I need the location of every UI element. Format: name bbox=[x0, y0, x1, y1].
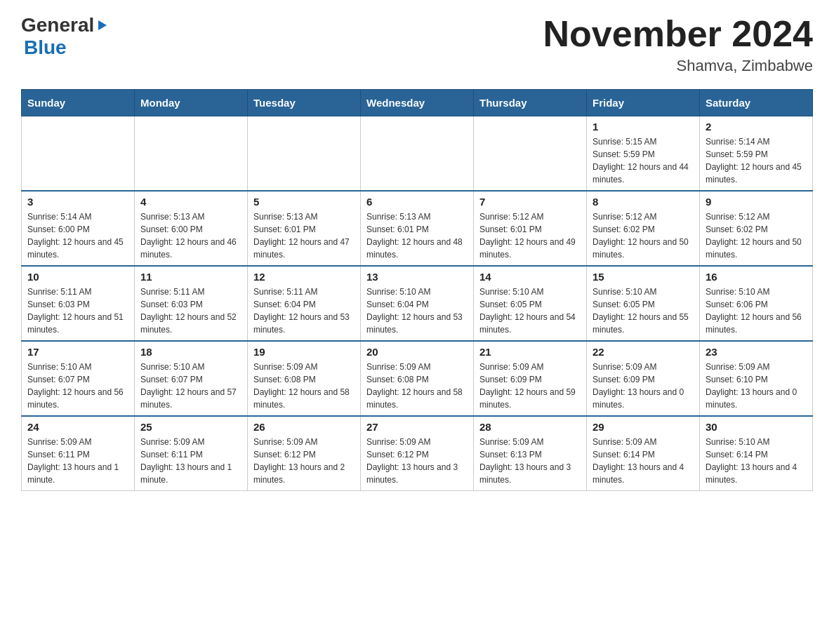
day-number: 9 bbox=[706, 196, 807, 208]
day-number: 25 bbox=[140, 421, 241, 433]
day-number: 28 bbox=[479, 421, 581, 433]
calendar-table: Sunday Monday Tuesday Wednesday Thursday… bbox=[21, 89, 813, 491]
day-number: 10 bbox=[27, 271, 128, 283]
day-number: 27 bbox=[366, 421, 468, 433]
table-row: 20Sunrise: 5:09 AMSunset: 6:08 PMDayligh… bbox=[361, 341, 474, 416]
calendar-header-row: Sunday Monday Tuesday Wednesday Thursday… bbox=[22, 90, 813, 116]
table-row: 5Sunrise: 5:13 AMSunset: 6:01 PMDaylight… bbox=[248, 191, 361, 266]
day-number: 14 bbox=[479, 271, 581, 283]
header-sunday: Sunday bbox=[22, 90, 135, 116]
logo-general: General bbox=[21, 14, 94, 36]
day-number: 12 bbox=[253, 271, 355, 283]
day-info: Sunrise: 5:11 AMSunset: 6:04 PMDaylight:… bbox=[253, 286, 355, 336]
day-info: Sunrise: 5:10 AMSunset: 6:05 PMDaylight:… bbox=[479, 286, 581, 336]
table-row: 17Sunrise: 5:10 AMSunset: 6:07 PMDayligh… bbox=[22, 341, 135, 416]
day-number: 1 bbox=[593, 121, 694, 133]
header-monday: Monday bbox=[135, 90, 248, 116]
day-number: 29 bbox=[593, 421, 694, 433]
table-row: 8Sunrise: 5:12 AMSunset: 6:02 PMDaylight… bbox=[587, 191, 700, 266]
table-row: 13Sunrise: 5:10 AMSunset: 6:04 PMDayligh… bbox=[361, 266, 474, 341]
table-row: 15Sunrise: 5:10 AMSunset: 6:05 PMDayligh… bbox=[587, 266, 700, 341]
day-info: Sunrise: 5:09 AMSunset: 6:12 PMDaylight:… bbox=[366, 436, 468, 486]
table-row: 10Sunrise: 5:11 AMSunset: 6:03 PMDayligh… bbox=[22, 266, 135, 341]
calendar-week-row: 1Sunrise: 5:15 AMSunset: 5:59 PMDaylight… bbox=[22, 116, 813, 192]
table-row: 9Sunrise: 5:12 AMSunset: 6:02 PMDaylight… bbox=[700, 191, 813, 266]
day-number: 20 bbox=[366, 346, 468, 358]
day-number: 18 bbox=[140, 346, 241, 358]
table-row: 22Sunrise: 5:09 AMSunset: 6:09 PMDayligh… bbox=[587, 341, 700, 416]
day-info: Sunrise: 5:10 AMSunset: 6:05 PMDaylight:… bbox=[593, 286, 694, 336]
calendar-week-row: 10Sunrise: 5:11 AMSunset: 6:03 PMDayligh… bbox=[22, 266, 813, 341]
header-tuesday: Tuesday bbox=[248, 90, 361, 116]
day-number: 4 bbox=[140, 196, 241, 208]
day-number: 21 bbox=[479, 346, 581, 358]
day-info: Sunrise: 5:10 AMSunset: 6:07 PMDaylight:… bbox=[140, 361, 241, 411]
day-number: 19 bbox=[253, 346, 355, 358]
day-number: 17 bbox=[27, 346, 128, 358]
table-row: 26Sunrise: 5:09 AMSunset: 6:12 PMDayligh… bbox=[248, 416, 361, 491]
table-row: 25Sunrise: 5:09 AMSunset: 6:11 PMDayligh… bbox=[135, 416, 248, 491]
day-info: Sunrise: 5:09 AMSunset: 6:11 PMDaylight:… bbox=[140, 436, 241, 486]
day-info: Sunrise: 5:10 AMSunset: 6:04 PMDaylight:… bbox=[366, 286, 468, 336]
day-number: 15 bbox=[593, 271, 694, 283]
day-number: 30 bbox=[706, 421, 807, 433]
page-header: General Blue November 2024 Shamva, Zimba… bbox=[21, 14, 813, 75]
day-info: Sunrise: 5:09 AMSunset: 6:09 PMDaylight:… bbox=[593, 361, 694, 411]
day-number: 2 bbox=[706, 121, 807, 133]
table-row: 4Sunrise: 5:13 AMSunset: 6:00 PMDaylight… bbox=[135, 191, 248, 266]
day-info: Sunrise: 5:10 AMSunset: 6:07 PMDaylight:… bbox=[27, 361, 128, 411]
table-row bbox=[474, 116, 587, 192]
title-block: November 2024 Shamva, Zimbabwe bbox=[543, 14, 813, 75]
calendar-week-row: 17Sunrise: 5:10 AMSunset: 6:07 PMDayligh… bbox=[22, 341, 813, 416]
table-row: 1Sunrise: 5:15 AMSunset: 5:59 PMDaylight… bbox=[587, 116, 700, 192]
day-number: 6 bbox=[366, 196, 468, 208]
location-title: Shamva, Zimbabwe bbox=[543, 57, 813, 75]
day-info: Sunrise: 5:09 AMSunset: 6:14 PMDaylight:… bbox=[593, 436, 694, 486]
day-number: 22 bbox=[593, 346, 694, 358]
day-info: Sunrise: 5:11 AMSunset: 6:03 PMDaylight:… bbox=[27, 286, 128, 336]
day-info: Sunrise: 5:09 AMSunset: 6:09 PMDaylight:… bbox=[479, 361, 581, 411]
table-row: 29Sunrise: 5:09 AMSunset: 6:14 PMDayligh… bbox=[587, 416, 700, 491]
page-title: November 2024 bbox=[543, 14, 813, 54]
calendar-week-row: 3Sunrise: 5:14 AMSunset: 6:00 PMDaylight… bbox=[22, 191, 813, 266]
day-info: Sunrise: 5:14 AMSunset: 6:00 PMDaylight:… bbox=[27, 210, 128, 261]
day-info: Sunrise: 5:09 AMSunset: 6:13 PMDaylight:… bbox=[479, 436, 581, 486]
table-row: 14Sunrise: 5:10 AMSunset: 6:05 PMDayligh… bbox=[474, 266, 587, 341]
table-row: 19Sunrise: 5:09 AMSunset: 6:08 PMDayligh… bbox=[248, 341, 361, 416]
table-row: 16Sunrise: 5:10 AMSunset: 6:06 PMDayligh… bbox=[700, 266, 813, 341]
day-info: Sunrise: 5:13 AMSunset: 6:00 PMDaylight:… bbox=[140, 210, 241, 261]
day-info: Sunrise: 5:13 AMSunset: 6:01 PMDaylight:… bbox=[253, 210, 355, 261]
header-saturday: Saturday bbox=[700, 90, 813, 116]
day-info: Sunrise: 5:13 AMSunset: 6:01 PMDaylight:… bbox=[366, 210, 468, 261]
table-row: 11Sunrise: 5:11 AMSunset: 6:03 PMDayligh… bbox=[135, 266, 248, 341]
day-info: Sunrise: 5:09 AMSunset: 6:12 PMDaylight:… bbox=[253, 436, 355, 486]
day-number: 13 bbox=[366, 271, 468, 283]
logo-triangle bbox=[95, 19, 108, 34]
table-row bbox=[22, 116, 135, 192]
day-number: 3 bbox=[27, 196, 128, 208]
day-number: 16 bbox=[706, 271, 807, 283]
day-info: Sunrise: 5:11 AMSunset: 6:03 PMDaylight:… bbox=[140, 286, 241, 336]
day-info: Sunrise: 5:12 AMSunset: 6:02 PMDaylight:… bbox=[593, 210, 694, 261]
table-row: 21Sunrise: 5:09 AMSunset: 6:09 PMDayligh… bbox=[474, 341, 587, 416]
day-info: Sunrise: 5:12 AMSunset: 6:02 PMDaylight:… bbox=[706, 210, 807, 261]
table-row bbox=[248, 116, 361, 192]
table-row: 12Sunrise: 5:11 AMSunset: 6:04 PMDayligh… bbox=[248, 266, 361, 341]
day-number: 24 bbox=[27, 421, 128, 433]
day-info: Sunrise: 5:09 AMSunset: 6:08 PMDaylight:… bbox=[253, 361, 355, 411]
header-wednesday: Wednesday bbox=[361, 90, 474, 116]
table-row: 18Sunrise: 5:10 AMSunset: 6:07 PMDayligh… bbox=[135, 341, 248, 416]
day-number: 23 bbox=[706, 346, 807, 358]
day-info: Sunrise: 5:09 AMSunset: 6:10 PMDaylight:… bbox=[706, 361, 807, 411]
day-info: Sunrise: 5:10 AMSunset: 6:06 PMDaylight:… bbox=[706, 286, 807, 336]
table-row bbox=[135, 116, 248, 192]
svg-marker-0 bbox=[98, 20, 107, 30]
day-number: 26 bbox=[253, 421, 355, 433]
day-number: 5 bbox=[253, 196, 355, 208]
header-friday: Friday bbox=[587, 90, 700, 116]
day-info: Sunrise: 5:12 AMSunset: 6:01 PMDaylight:… bbox=[479, 210, 581, 261]
table-row: 7Sunrise: 5:12 AMSunset: 6:01 PMDaylight… bbox=[474, 191, 587, 266]
table-row: 3Sunrise: 5:14 AMSunset: 6:00 PMDaylight… bbox=[22, 191, 135, 266]
table-row: 6Sunrise: 5:13 AMSunset: 6:01 PMDaylight… bbox=[361, 191, 474, 266]
calendar-week-row: 24Sunrise: 5:09 AMSunset: 6:11 PMDayligh… bbox=[22, 416, 813, 491]
